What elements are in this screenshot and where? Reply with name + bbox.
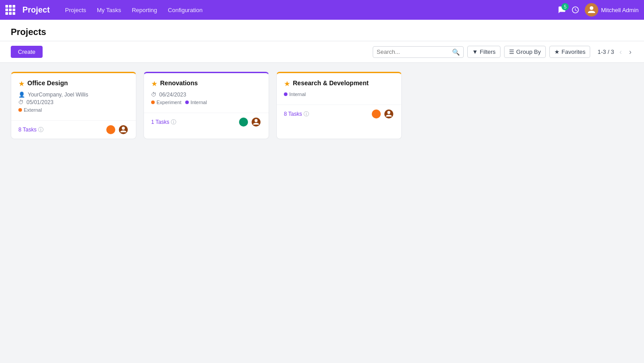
tasks-link[interactable]: 1 Tasks xyxy=(151,119,169,125)
user-menu[interactable]: Mitchell Admin xyxy=(585,3,639,17)
nav-my-tasks[interactable]: My Tasks xyxy=(92,4,126,16)
nav-links: Projects My Tasks Reporting Configuratio… xyxy=(61,4,551,16)
avatar-dot xyxy=(105,124,116,135)
project-avatars xyxy=(105,124,129,135)
chat-icon-btn[interactable]: 5 xyxy=(558,6,566,14)
favorite-star-icon[interactable]: ★ xyxy=(18,79,25,88)
member-avatar xyxy=(118,124,129,135)
member-avatar xyxy=(251,117,261,127)
nav-reporting[interactable]: Reporting xyxy=(127,4,161,16)
info-icon[interactable]: ⓘ xyxy=(171,118,176,126)
search-icon: 🔍 xyxy=(452,48,460,56)
tasks-link[interactable]: 8 Tasks xyxy=(284,111,302,117)
person-icon: 👤 xyxy=(18,92,25,98)
tag-internal: Internal xyxy=(284,92,306,97)
next-page-button[interactable]: › xyxy=(627,47,633,57)
tag-internal: Internal xyxy=(185,100,207,105)
avatar-dot xyxy=(371,109,382,119)
app-brand: Project xyxy=(22,5,50,15)
group-by-button[interactable]: ☰ Group By xyxy=(504,46,546,58)
star-icon: ★ xyxy=(554,48,560,55)
page-header: Projects xyxy=(0,20,644,41)
project-date: 06/24/2023 xyxy=(159,92,186,98)
tag-experiment: Experiment xyxy=(151,100,182,105)
tasks-count: 8 Tasks xyxy=(284,111,302,117)
pagination-text: 1-3 / 3 xyxy=(597,48,614,55)
app-grid-icon[interactable] xyxy=(5,5,15,15)
filter-icon: ▼ xyxy=(472,48,478,55)
favorite-star-icon[interactable]: ★ xyxy=(284,79,290,88)
favorites-button[interactable]: ★ Favorites xyxy=(549,46,590,58)
calendar-icon: ⏱ xyxy=(18,99,24,105)
card-body: ★ Renovations ⏱ 06/24/2023 Experiment xyxy=(144,73,269,113)
prev-page-button[interactable]: ‹ xyxy=(618,47,623,57)
notification-badge: 5 xyxy=(561,3,569,10)
project-deadline: 05/01/2023 xyxy=(26,99,53,105)
project-customer: YourCompany, Joel Willis xyxy=(28,92,88,98)
create-button[interactable]: Create xyxy=(11,46,43,58)
svg-point-0 xyxy=(590,6,593,10)
tag-dot xyxy=(151,101,155,104)
search-input[interactable] xyxy=(377,48,452,55)
project-card-renovations[interactable]: ★ Renovations ⏱ 06/24/2023 Experiment xyxy=(144,72,269,139)
clock-icon: ⏱ xyxy=(151,92,157,98)
project-title: Office Design xyxy=(27,79,68,87)
tag-external: External xyxy=(18,107,42,113)
svg-point-3 xyxy=(387,111,391,114)
toolbar-left: Projects xyxy=(11,27,46,37)
projects-grid: ★ Office Design 👤 YourCompany, Joel Will… xyxy=(11,72,633,139)
main-content: ★ Office Design 👤 YourCompany, Joel Will… xyxy=(0,63,644,363)
action-buttons: Create xyxy=(11,46,43,58)
favorite-star-icon[interactable]: ★ xyxy=(151,79,157,88)
project-title: Renovations xyxy=(160,79,198,87)
project-card-office-design[interactable]: ★ Office Design 👤 YourCompany, Joel Will… xyxy=(11,72,136,139)
project-title: Research & Development xyxy=(293,79,369,87)
filters-button[interactable]: ▼ Filters xyxy=(467,46,500,58)
card-meta: Internal xyxy=(284,92,394,97)
card-footer: 8 Tasks ⓘ xyxy=(277,105,401,123)
card-body: ★ Office Design 👤 YourCompany, Joel Will… xyxy=(11,73,136,120)
top-navigation: Project Projects My Tasks Reporting Conf… xyxy=(0,0,644,20)
tasks-link[interactable]: 8 Tasks xyxy=(18,127,36,133)
tag-dot xyxy=(18,108,22,112)
svg-point-1 xyxy=(122,127,125,130)
card-meta: ⏱ 06/24/2023 Experiment Internal xyxy=(151,92,261,105)
user-avatar xyxy=(585,3,598,17)
nav-projects[interactable]: Projects xyxy=(61,4,91,16)
page-title: Projects xyxy=(11,27,46,37)
user-name: Mitchell Admin xyxy=(601,7,639,13)
project-card-research-development[interactable]: ★ Research & Development Internal 8 Task xyxy=(276,72,402,139)
tasks-count: 1 Tasks xyxy=(151,119,169,125)
tasks-count: 8 Tasks xyxy=(18,127,36,133)
clock-icon-btn[interactable] xyxy=(571,6,579,14)
card-footer: 8 Tasks ⓘ xyxy=(11,120,136,139)
project-avatars xyxy=(371,109,394,119)
info-icon[interactable]: ⓘ xyxy=(304,110,309,118)
tag-dot xyxy=(284,92,287,96)
card-body: ★ Research & Development Internal xyxy=(277,73,401,105)
topnav-right: 5 Mitchell Admin xyxy=(558,3,639,17)
card-meta: 👤 YourCompany, Joel Willis ⏱ 05/01/2023 … xyxy=(18,92,129,113)
avatar-dot xyxy=(238,117,249,127)
search-box[interactable]: 🔍 xyxy=(373,46,464,58)
project-avatars xyxy=(238,117,261,127)
member-avatar xyxy=(383,109,394,119)
svg-point-2 xyxy=(255,119,258,122)
nav-configuration[interactable]: Configuration xyxy=(163,4,207,16)
tag-dot xyxy=(185,101,189,104)
info-icon[interactable]: ⓘ xyxy=(38,126,44,134)
group-by-icon: ☰ xyxy=(509,48,514,55)
card-footer: 1 Tasks ⓘ xyxy=(144,113,269,131)
